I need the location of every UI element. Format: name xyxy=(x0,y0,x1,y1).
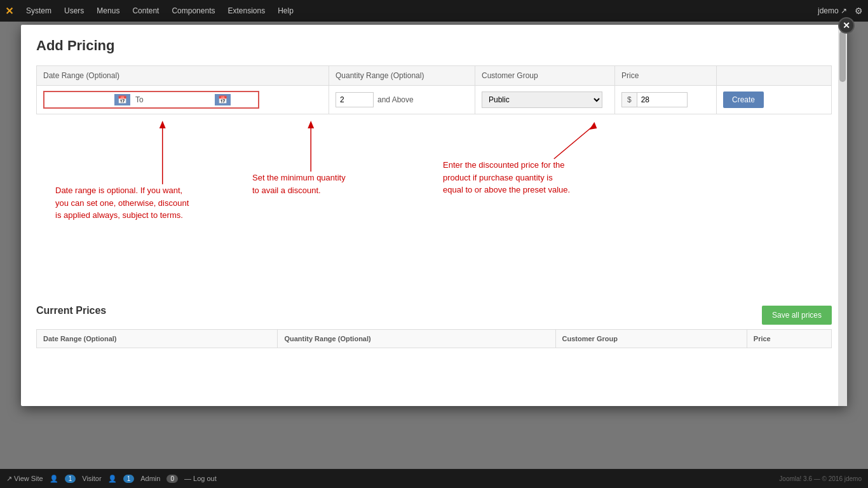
price-symbol: $ xyxy=(621,92,637,107)
price-cell: $ xyxy=(615,86,717,114)
customer-group-cell: Public Registered Guest xyxy=(475,86,615,114)
sub-col-date-range: Date Range (Optional) xyxy=(37,330,278,348)
annotation-area: Date range is optional. If you want,you … xyxy=(36,114,832,292)
qty-range-cell: 2 and Above xyxy=(329,86,475,114)
visitor-icon: 👤 xyxy=(50,475,58,483)
msg-count-badge: 0 xyxy=(166,475,178,483)
modal-body: Add Pricing Date Range (Optional) Quanti… xyxy=(21,25,847,386)
qty-input-group: 2 and Above xyxy=(336,92,468,107)
admin-label: Admin xyxy=(140,475,160,482)
annotation-price-text: Enter the discounted price for theproduc… xyxy=(443,159,570,196)
nav-system[interactable]: System xyxy=(21,4,57,18)
svg-marker-3 xyxy=(308,121,314,128)
date-to-label: To xyxy=(135,95,144,104)
nav-username[interactable]: jdemo ↗ xyxy=(818,6,847,15)
modal-overlay: ✕ Add Pricing Date Range (Optional) Quan… xyxy=(0,22,868,469)
nav-content[interactable]: Content xyxy=(127,4,164,18)
top-navbar: ✕ System Users Menus Content Components … xyxy=(0,0,868,22)
current-prices-header: Current Prices Save all prices xyxy=(36,305,832,325)
price-input[interactable] xyxy=(637,92,688,107)
action-cell: Create xyxy=(717,86,832,114)
create-button[interactable]: Create xyxy=(723,92,764,108)
visitor-label: Visitor xyxy=(82,475,101,482)
modal-scrollbar[interactable] xyxy=(838,25,847,406)
joomla-version-text: Joomla! 3.6 — © 2016 jdemo xyxy=(779,475,862,482)
table-row-empty xyxy=(37,348,832,374)
pricing-form-table: Date Range (Optional) Quantity Range (Op… xyxy=(36,65,832,114)
nav-components[interactable]: Components xyxy=(166,4,220,18)
logout-link[interactable]: — Log out xyxy=(184,475,217,482)
date-from-input[interactable] xyxy=(48,94,112,105)
col-header-price: Price xyxy=(615,66,717,86)
main-area: ✕ Add Pricing Date Range (Optional) Quan… xyxy=(0,22,868,469)
modal-title: Add Pricing xyxy=(36,37,832,54)
svg-line-4 xyxy=(554,127,592,159)
annotation-qty-text: Set the minimum quantityto avail a disco… xyxy=(252,172,346,196)
price-input-group: $ xyxy=(621,92,710,107)
current-prices-title: Current Prices xyxy=(36,305,106,316)
col-header-qty-range: Quantity Range (Optional) xyxy=(329,66,475,86)
nav-menus[interactable]: Menus xyxy=(92,4,125,18)
date-from-calendar-button[interactable]: 📅 xyxy=(114,94,130,105)
customer-group-select[interactable]: Public Registered Guest xyxy=(482,92,602,108)
current-prices-table: Date Range (Optional) Quantity Range (Op… xyxy=(36,329,832,374)
svg-marker-5 xyxy=(589,122,597,130)
empty-cg-cell xyxy=(555,348,747,374)
sub-col-qty-range: Quantity Range (Optional) xyxy=(278,330,555,348)
date-to-input[interactable] xyxy=(149,94,212,105)
modal-close-button[interactable]: ✕ xyxy=(838,17,855,34)
qty-suffix-label: and Above xyxy=(377,95,414,104)
annotation-price: Enter the discounted price for theproduc… xyxy=(443,159,570,196)
visitor-count-badge: 1 xyxy=(65,475,76,483)
nav-users[interactable]: Users xyxy=(59,4,89,18)
col-header-date-range: Date Range (Optional) xyxy=(37,66,329,86)
bottom-bar-left: ↗ View Site 👤 1 Visitor 👤 1 Admin 0 — Lo… xyxy=(6,475,217,483)
date-range-cell: 📅 To 📅 xyxy=(37,86,329,114)
empty-qty-cell xyxy=(278,348,555,374)
date-range-input-group: 📅 To 📅 xyxy=(43,91,259,109)
col-header-action xyxy=(717,66,832,86)
modal-dialog: ✕ Add Pricing Date Range (Optional) Quan… xyxy=(21,25,847,406)
joomla-logo: ✕ xyxy=(5,5,13,17)
qty-input[interactable]: 2 xyxy=(336,92,374,107)
nav-right-section: jdemo ↗ ⚙ xyxy=(818,6,863,16)
annotation-date-range-text: Date range is optional. If you want,you … xyxy=(55,184,189,222)
col-header-customer-group: Customer Group xyxy=(475,66,615,86)
nav-extensions[interactable]: Extensions xyxy=(222,4,270,18)
sub-col-customer-group: Customer Group xyxy=(555,330,747,348)
annotation-date-range: Date range is optional. If you want,you … xyxy=(55,184,189,222)
svg-marker-1 xyxy=(159,121,166,128)
nav-help[interactable]: Help xyxy=(273,4,299,18)
empty-price-cell xyxy=(747,348,831,374)
sub-col-price: Price xyxy=(747,330,831,348)
view-site-link[interactable]: ↗ View Site xyxy=(6,475,43,483)
annotation-qty: Set the minimum quantityto avail a disco… xyxy=(252,172,346,196)
date-to-calendar-button[interactable]: 📅 xyxy=(215,94,231,105)
current-prices-section: Current Prices Save all prices Date Rang… xyxy=(36,305,832,374)
bottom-bar: ↗ View Site 👤 1 Visitor 👤 1 Admin 0 — Lo… xyxy=(0,469,868,488)
bottom-bar-right: Joomla! 3.6 — © 2016 jdemo xyxy=(779,475,862,482)
admin-count-badge: 1 xyxy=(123,475,135,483)
empty-date-cell xyxy=(37,348,278,374)
save-all-prices-button[interactable]: Save all prices xyxy=(762,306,832,325)
scrollbar-thumb xyxy=(839,31,846,82)
gear-icon[interactable]: ⚙ xyxy=(855,6,863,16)
admin-icon: 👤 xyxy=(108,475,117,483)
